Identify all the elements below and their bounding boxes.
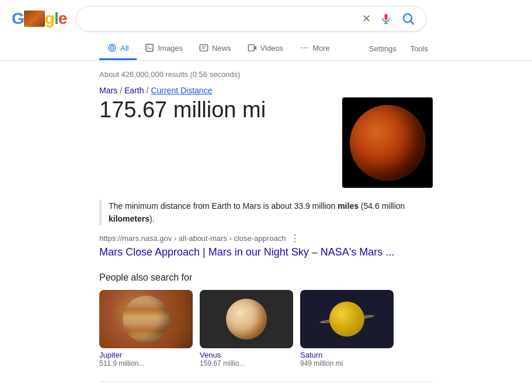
- saturn-distance: 949 million mi: [300, 359, 394, 368]
- videos-icon: [248, 43, 257, 52]
- breadcrumb-sep-2: /: [146, 86, 148, 95]
- mars-image: [342, 97, 433, 188]
- source-options-icon[interactable]: ⋮: [290, 233, 300, 244]
- tools-link[interactable]: Tools: [406, 38, 433, 59]
- nav-tabs: All Images News Videos More Setti: [0, 37, 532, 61]
- logo-o2: g: [45, 9, 54, 28]
- logo-e: e: [58, 9, 67, 28]
- jupiter-thumbnail: [99, 290, 193, 348]
- more-icon: [300, 43, 309, 52]
- tab-news[interactable]: News: [191, 37, 239, 60]
- google-logo[interactable]: Ggle: [12, 9, 67, 28]
- jupiter-distance: 511.9 million...: [99, 359, 193, 368]
- mic-button[interactable]: [379, 12, 393, 26]
- search-icon: [401, 12, 415, 26]
- tab-images-label: Images: [158, 44, 183, 52]
- search-bar: how far is mars ✕: [76, 6, 426, 32]
- featured-left: 175.67 million mi: [99, 97, 319, 127]
- description-text-1: The minimum distance from Earth to Mars …: [109, 201, 338, 211]
- featured-snippet: 175.67 million mi: [99, 97, 433, 188]
- venus-name: Venus: [200, 351, 293, 359]
- breadcrumb-current[interactable]: Current Distance: [151, 86, 212, 95]
- tab-more[interactable]: More: [291, 37, 338, 60]
- venus-distance: 159.67 millio...: [200, 359, 293, 368]
- mars-sphere: [350, 105, 426, 181]
- svg-line-4: [411, 22, 414, 24]
- search-button[interactable]: [400, 10, 416, 27]
- tab-videos[interactable]: Videos: [239, 37, 292, 60]
- all-icon: [107, 43, 117, 52]
- main-content: About 426,000,000 results (0.56 seconds)…: [0, 61, 532, 391]
- results-count: About 426,000,000 results (0.56 seconds): [99, 70, 433, 79]
- result-title[interactable]: Mars Close Approach | Mars in our Night …: [99, 246, 394, 258]
- planet-cards: Jupiter 511.9 million... Venus 159.67 mi…: [99, 290, 433, 370]
- svg-point-17: [307, 47, 308, 48]
- planet-card-venus[interactable]: Venus 159.67 millio...: [200, 290, 293, 370]
- jupiter-sphere: [123, 296, 169, 342]
- saturn-bg: [300, 290, 394, 348]
- mic-icon: [380, 13, 392, 24]
- venus-bg: [200, 290, 293, 348]
- clear-icon: ✕: [362, 12, 371, 25]
- saturn-thumbnail: [300, 290, 394, 348]
- planet-card-saturn[interactable]: Saturn 949 million mi: [300, 290, 394, 370]
- tab-images[interactable]: Images: [137, 37, 191, 60]
- svg-rect-13: [248, 45, 254, 51]
- people-search-title: People also search for: [99, 272, 433, 283]
- distance-value: 175.67 million mi: [99, 97, 319, 123]
- nav-right: Settings Tools: [364, 38, 433, 59]
- search-input[interactable]: how far is mars: [86, 13, 361, 24]
- logo-l: l: [54, 9, 58, 28]
- svg-point-16: [304, 47, 305, 48]
- jupiter-info: Jupiter 511.9 million...: [99, 348, 193, 370]
- clear-button[interactable]: ✕: [361, 11, 372, 26]
- svg-rect-8: [146, 44, 153, 51]
- saturn-info: Saturn 949 million mi: [300, 348, 394, 370]
- tab-more-label: More: [312, 44, 330, 52]
- breadcrumb-earth[interactable]: Earth: [124, 86, 144, 95]
- svg-point-6: [110, 46, 113, 49]
- description-text-3: ).: [149, 214, 155, 223]
- miles-bold: miles: [338, 201, 359, 211]
- saturn-name: Saturn: [300, 351, 394, 359]
- description-block: The minimum distance from Earth to Mars …: [99, 200, 433, 226]
- venus-thumbnail: [200, 290, 293, 348]
- tab-all-label: All: [120, 44, 128, 52]
- breadcrumb-sep-1: /: [120, 86, 122, 95]
- km-bold: kilometers: [109, 214, 149, 223]
- images-icon: [145, 43, 154, 52]
- tab-all[interactable]: All: [99, 37, 137, 60]
- jupiter-bg: [99, 290, 193, 348]
- people-also-search: People also search for Jupiter 511.9 mil…: [99, 272, 433, 370]
- tab-videos-label: Videos: [260, 44, 284, 52]
- logo-g: G: [12, 9, 24, 28]
- content-divider: [99, 382, 433, 382]
- search-icons: ✕: [361, 10, 416, 27]
- svg-rect-10: [200, 45, 207, 51]
- breadcrumb-mars[interactable]: Mars: [99, 86, 117, 95]
- jupiter-name: Jupiter: [99, 351, 193, 359]
- breadcrumb: Mars / Earth / Current Distance: [99, 86, 433, 95]
- svg-rect-0: [385, 14, 388, 20]
- venus-info: Venus 159.67 millio...: [200, 348, 293, 370]
- venus-sphere: [226, 299, 267, 340]
- source-link-row: https://mars.nasa.gov › all-about-mars ›…: [99, 233, 433, 244]
- news-icon: [199, 43, 208, 52]
- header: Ggle how far is mars ✕: [0, 0, 532, 37]
- description-text-2: (54.6 million: [359, 201, 405, 211]
- planet-card-jupiter[interactable]: Jupiter 511.9 million...: [99, 290, 193, 370]
- logo-image: [24, 10, 45, 27]
- svg-point-9: [148, 46, 149, 47]
- svg-point-15: [301, 47, 302, 48]
- settings-link[interactable]: Settings: [364, 38, 401, 59]
- tab-news-label: News: [212, 44, 231, 52]
- source-url: https://mars.nasa.gov › all-about-mars ›…: [99, 234, 286, 243]
- saturn-sphere: [329, 302, 364, 337]
